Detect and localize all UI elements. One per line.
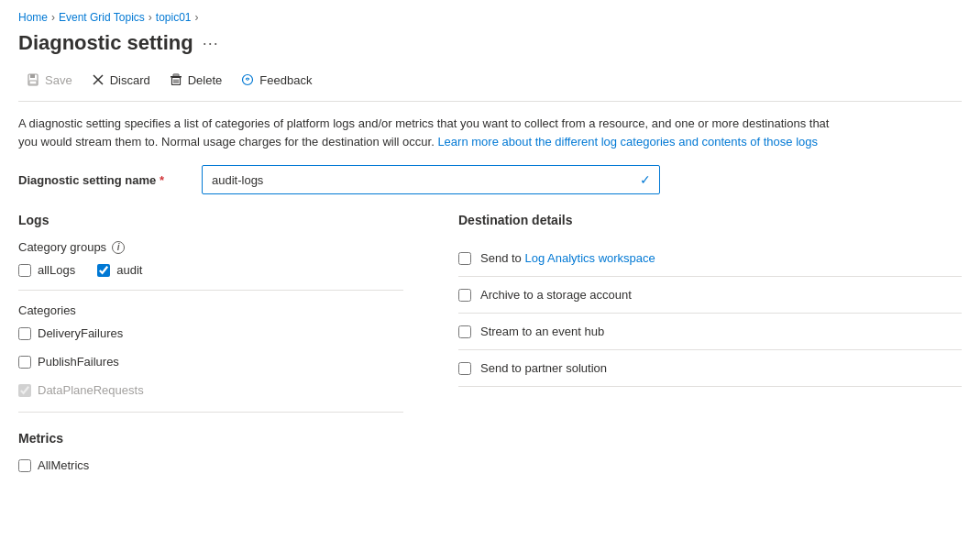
name-label: Diagnostic setting name * [18,173,183,187]
breadcrumb-sep-3: › [195,11,199,24]
destination-storage-account: Archive to a storage account [458,277,962,314]
breadcrumb-sep-1: › [51,11,55,24]
save-button[interactable]: Save [18,68,83,92]
discard-icon [91,72,105,87]
event-hub-checkbox[interactable] [458,325,471,338]
delete-label: Delete [188,73,223,87]
all-metrics-label: AllMetrics [38,458,89,472]
data-plane-requests-item[interactable]: DataPlaneRequests [18,383,403,397]
delivery-failures-item[interactable]: DeliveryFailures [18,326,403,340]
destination-log-analytics: Send to Log Analytics workspace [458,240,962,277]
feedback-label: Feedback [259,73,312,87]
save-label: Save [45,73,72,87]
metrics-section-title: Metrics [18,431,403,446]
destination-event-hub: Stream to an event hub [458,314,962,350]
audit-checkbox[interactable] [97,264,110,277]
log-analytics-checkbox[interactable] [458,252,471,265]
audit-label: audit [116,263,142,277]
audit-checkbox-item[interactable]: audit [97,263,142,277]
metrics-section: Metrics AllMetrics [18,431,403,472]
breadcrumb-topic01[interactable]: topic01 [156,11,192,24]
divider-1 [18,290,403,291]
allLogs-checkbox[interactable] [18,264,31,277]
log-analytics-label: Send to Log Analytics workspace [480,251,655,265]
delivery-failures-label: DeliveryFailures [38,326,123,340]
main-content: Logs Category groups i allLogs audit [18,213,962,487]
delete-icon [169,72,183,87]
delivery-failures-checkbox[interactable] [18,327,31,340]
publish-failures-label: PublishFailures [38,355,119,369]
svg-rect-6 [173,74,179,76]
more-options-icon[interactable]: ··· [203,34,219,53]
required-star: * [160,173,164,187]
partner-solution-checkbox[interactable] [458,362,471,375]
publish-failures-checkbox[interactable] [18,356,31,369]
breadcrumb-sep-2: › [149,11,152,24]
category-groups-label: Category groups [18,240,106,254]
storage-account-label: Archive to a storage account [480,288,632,302]
form-row-name: Diagnostic setting name * ✓ [18,165,962,194]
event-hub-label: Stream to an event hub [480,325,604,338]
logs-section: Logs Category groups i allLogs audit [18,213,403,397]
save-icon [26,72,40,87]
learn-more-link[interactable]: Learn more about the different log categ… [437,135,818,149]
allLogs-checkbox-item[interactable]: allLogs [18,263,75,277]
breadcrumb: Home › Event Grid Topics › topic01 › [18,11,962,24]
feedback-icon [240,72,255,87]
categories-title: Categories [18,303,403,317]
breadcrumb-home[interactable]: Home [18,11,48,24]
data-plane-requests-label: DataPlaneRequests [38,383,144,397]
name-input-wrapper: ✓ [202,165,660,194]
right-panel: Destination details Send to Log Analytic… [458,213,962,487]
breadcrumb-event-grid-topics[interactable]: Event Grid Topics [59,11,145,24]
destination-section-title: Destination details [458,213,962,227]
toolbar: Save Discard Del [18,68,962,102]
left-panel: Logs Category groups i allLogs audit [18,213,403,487]
category-groups-checkboxes: allLogs audit [18,263,403,277]
description-box: A diagnostic setting specifies a list of… [18,115,843,150]
category-groups-label-row: Category groups i [18,240,403,254]
partner-solution-label: Send to partner solution [480,361,607,375]
destination-partner-solution: Send to partner solution [458,350,962,387]
all-metrics-item[interactable]: AllMetrics [18,458,403,472]
divider-metrics [18,412,403,413]
input-valid-icon: ✓ [640,172,651,187]
data-plane-requests-checkbox [18,384,31,397]
name-input[interactable] [202,165,660,194]
discard-label: Discard [110,73,150,87]
storage-account-checkbox[interactable] [458,289,471,302]
publish-failures-item[interactable]: PublishFailures [18,355,403,369]
feedback-button[interactable]: Feedback [233,68,323,92]
categories-section: Categories DeliveryFailures PublishFailu… [18,303,403,397]
info-icon[interactable]: i [112,241,125,254]
svg-rect-1 [30,74,35,78]
page-title-row: Diagnostic setting ··· [18,31,962,55]
all-metrics-checkbox[interactable] [18,459,31,472]
delete-button[interactable]: Delete [161,68,234,92]
log-analytics-link[interactable]: Log Analytics workspace [524,251,655,265]
page-container: Home › Event Grid Topics › topic01 › Dia… [0,0,980,551]
allLogs-label: allLogs [38,263,75,277]
discard-button[interactable]: Discard [83,68,161,92]
svg-rect-2 [29,81,37,84]
logs-section-title: Logs [18,213,403,227]
page-title: Diagnostic setting [18,31,193,55]
